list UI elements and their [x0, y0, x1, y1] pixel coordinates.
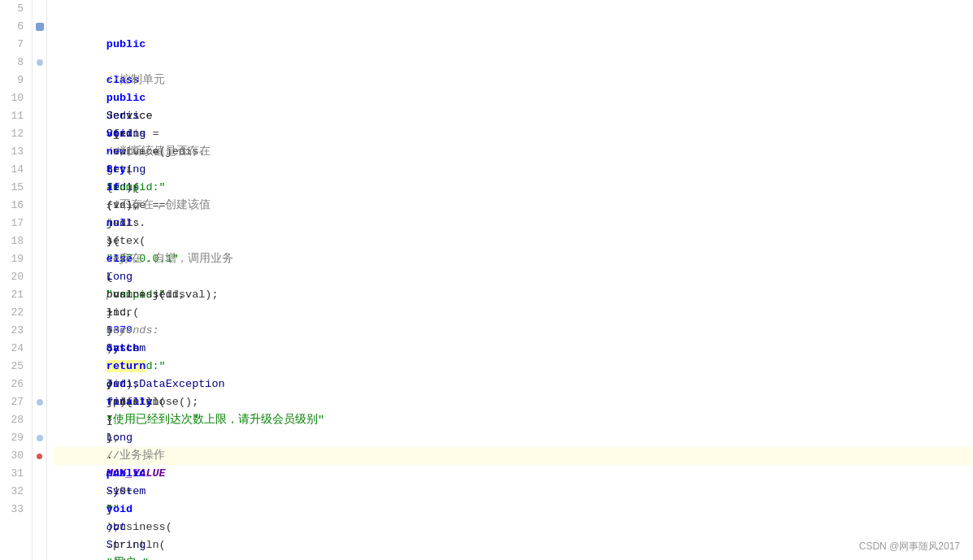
line-num-23: 23	[7, 322, 24, 340]
gutter-31	[33, 465, 46, 483]
code-line-31: }	[54, 465, 973, 483]
line-num-30: 30	[7, 447, 24, 465]
line-num-14: 14	[7, 161, 24, 179]
gutter-10	[33, 89, 46, 107]
code-line-14: //不存在，创建该值	[54, 161, 973, 179]
gutter-32	[33, 483, 46, 501]
gutter-24	[33, 340, 46, 358]
token-public-6: public	[106, 38, 146, 50]
token-indent-31	[106, 485, 132, 497]
line-num-29: 29	[7, 429, 24, 447]
token-indent-8	[106, 74, 132, 86]
code-line-8: public void service( String id){	[54, 54, 973, 72]
code-editor: 5 6 7 8 9 10 11 12 13 14 15 16 17 18 19 …	[0, 0, 973, 560]
token-indent-15	[106, 199, 212, 211]
code-line-33	[54, 501, 973, 519]
token-msg-22: "使用已经到达次数上限，请升级会员级别"	[106, 414, 324, 426]
token-indent-13	[106, 163, 185, 176]
token-indent-16	[106, 217, 185, 229]
gutter-15	[33, 179, 46, 197]
line-num-16: 16	[7, 197, 24, 215]
line-num-7: 7	[7, 36, 24, 54]
gutter-20	[33, 268, 46, 286]
watermark: CSDN @网事随风2017	[859, 540, 960, 553]
fold-arrow-8[interactable]	[37, 59, 43, 66]
token-indent-18	[106, 253, 212, 265]
token-indent-7	[106, 56, 132, 68]
line-num-15: 15	[7, 179, 24, 197]
gutter-22	[33, 304, 46, 322]
token-msg1-30: "用户:"	[106, 557, 149, 560]
token-indent-11	[106, 128, 159, 140]
fold-arrow-27[interactable]	[37, 399, 43, 406]
token-indent-20	[106, 289, 185, 301]
line-num-27: 27	[7, 393, 24, 411]
gutter-6[interactable]	[33, 18, 46, 36]
token-indent-19	[106, 271, 212, 283]
token-indent-22	[106, 324, 185, 336]
line-num-17: 17	[7, 215, 24, 232]
token-indent-29	[106, 449, 132, 462]
token-indent-24	[106, 360, 159, 372]
error-dot-30	[37, 454, 42, 459]
code-content: public class Service { //控制单元 public voi…	[47, 0, 973, 560]
code-line-7: //控制单元	[54, 36, 973, 54]
gutter-16	[33, 197, 46, 215]
token-indent-26	[106, 396, 159, 408]
gutter-28	[33, 411, 46, 429]
line-num-24: 24	[7, 340, 24, 358]
code-line-25: jedis.close();	[54, 358, 973, 376]
token-indent-25	[106, 378, 185, 390]
token-indent-28	[106, 432, 132, 444]
code-line-17: //存在，自增，调用业务	[54, 215, 973, 232]
token-indent-17	[106, 235, 212, 247]
gutter-18	[33, 232, 46, 250]
line-num-22: 22	[7, 304, 24, 322]
gutter-9	[33, 72, 46, 89]
gutter-13	[33, 143, 46, 161]
gutter-26	[33, 376, 46, 393]
code-line-24: } finally {	[54, 340, 973, 358]
line-numbers: 5 6 7 8 9 10 11 12 13 14 15 16 17 18 19 …	[0, 0, 33, 560]
token-dot-30b: .println(	[106, 539, 166, 551]
code-line-12: try {	[54, 125, 973, 143]
line-num-33: 33	[7, 501, 24, 519]
gutter-27[interactable]	[33, 393, 46, 411]
line-num-10: 10	[7, 89, 24, 107]
line-num-26: 26	[7, 376, 24, 393]
line-num-11: 11	[7, 107, 24, 125]
gutter-5	[33, 0, 46, 18]
fold-arrow-29[interactable]	[37, 435, 43, 441]
gutter-11	[33, 107, 46, 125]
line-num-5: 5	[7, 0, 24, 18]
gutter-21	[33, 286, 46, 304]
code-line-32: }	[54, 483, 973, 501]
fold-arrow-6[interactable]	[36, 23, 44, 31]
gutter-25	[33, 358, 46, 376]
line-num-13: 13	[7, 143, 24, 161]
gutter-29[interactable]	[33, 429, 46, 447]
gutter-8[interactable]	[33, 54, 46, 72]
gutter-7	[33, 36, 46, 54]
gutter-17	[33, 215, 46, 232]
line-num-18: 18	[7, 232, 24, 250]
line-num-6: 6	[7, 18, 24, 36]
gutter-30	[33, 447, 46, 465]
code-line-22: System . out .println( "使用已经到达次数上限，请升级会员…	[54, 304, 973, 322]
line-num-25: 25	[7, 358, 24, 376]
line-num-28: 28	[7, 411, 24, 429]
code-line-9: Jedis jedis = new Jedis ( host: "127.0.0…	[54, 72, 973, 89]
token-indent-14	[106, 181, 212, 193]
code-area: 5 6 7 8 9 10 11 12 13 14 15 16 17 18 19 …	[0, 0, 973, 560]
line-num-19: 19	[7, 250, 24, 268]
line-num-12: 12	[7, 125, 24, 143]
code-line-10: String value = jedis. get( "compid:" +id…	[54, 89, 973, 107]
gutter-23	[33, 322, 46, 340]
gutter-19	[33, 250, 46, 268]
token-indent-9	[106, 92, 159, 104]
code-line-30: System . out .println( "用户:" +id+ " 业务操作…	[54, 447, 973, 465]
token-indent-30	[106, 467, 159, 480]
code-line-29: public void business( String id, Long va…	[54, 429, 973, 447]
line-num-31: 31	[7, 465, 24, 483]
token-out-30: out	[106, 521, 126, 533]
